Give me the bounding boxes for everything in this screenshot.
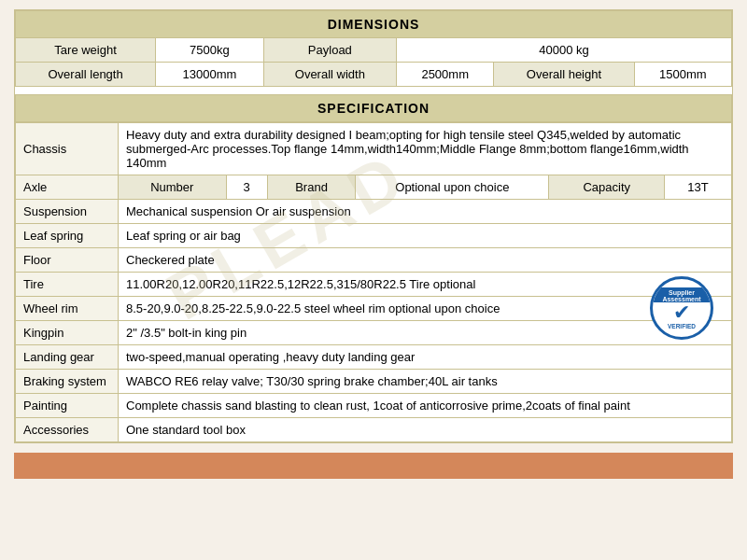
spec-content-cell: 11.00R20,12.00R20,11R22.5,12R22.5,315/80…: [119, 273, 732, 297]
main-container: PLEAD DIMENSIONS Tare weight 7500kg Payl…: [14, 9, 733, 443]
spec-label-cell: Suspension: [16, 200, 119, 224]
spec-rows-table: Chassis Heavy duty and extra durability …: [15, 122, 732, 442]
spec-label-cell: Accessories: [16, 418, 119, 442]
spec-label-cell: Floor: [16, 248, 119, 273]
spec-row: Wheel rim 8.5-20,9.0-20,8.25-22.5,9.0-22…: [16, 297, 732, 321]
spec-content-cell: Leaf spring or air bag: [119, 224, 732, 248]
overall-width-label: Overall width: [263, 63, 396, 87]
spec-content-cell: WABCO RE6 relay valve; T30/30 spring bra…: [119, 370, 732, 394]
payload-value: 40000 kg: [397, 38, 732, 63]
overall-height-value: 1500mm: [634, 63, 731, 87]
spec-label-cell: Chassis: [16, 123, 119, 175]
supplier-badge: Supplier Assessment ✔ VERIFIED: [650, 276, 715, 342]
badge-circle: Supplier Assessment ✔ VERIFIED: [650, 276, 713, 340]
badge-bottom-text: VERIFIED: [668, 323, 696, 329]
payload-label: Payload: [263, 38, 396, 63]
spec-row: Braking system WABCO RE6 relay valve; T3…: [16, 370, 732, 394]
spec-label-cell: Braking system: [16, 370, 119, 394]
axle-brand-value: Optional upon choice: [356, 175, 549, 200]
spec-row: Painting Complete chassis sand blasting …: [16, 394, 732, 418]
dimensions-title: DIMENSIONS: [16, 11, 732, 38]
spec-row: Kingpin 2" /3.5" bolt-in king pin: [16, 321, 732, 345]
spec-row: Accessories One standard tool box: [16, 418, 732, 442]
spec-row: Axle Number 3 Brand Optional upon choice…: [16, 175, 732, 200]
spec-row: Landing gear two-speed,manual operating …: [16, 345, 732, 370]
spec-content-cell: Complete chassis sand blasting to clean …: [119, 394, 732, 418]
spec-row: Leaf spring Leaf spring or air bag: [16, 224, 732, 248]
overall-length-value: 13000mm: [156, 63, 264, 87]
specification-table: SPECIFICATION: [15, 94, 732, 122]
spec-content-cell: 2" /3.5" bolt-in king pin: [119, 321, 732, 345]
spec-content-cell: 8.5-20,9.0-20,8.25-22.5,9.0-22.5 steel w…: [119, 297, 732, 321]
spec-content-cell: Checkered plate: [119, 248, 732, 273]
axle-number-value: 3: [226, 175, 267, 200]
axle-number-label: Number: [119, 175, 227, 200]
spec-row: Chassis Heavy duty and extra durability …: [16, 123, 732, 175]
spec-content-cell: One standard tool box: [119, 418, 732, 442]
overall-height-label: Overall height: [494, 63, 634, 87]
overall-width-value: 2500mm: [397, 63, 494, 87]
tare-weight-value: 7500kg: [156, 38, 264, 63]
axle-brand-label: Brand: [267, 175, 355, 200]
spec-row: Tire 11.00R20,12.00R20,11R22.5,12R22.5,3…: [16, 273, 732, 297]
bottom-bar: [14, 453, 733, 479]
spec-content-cell: Mechanical suspension Or air suspension: [119, 200, 732, 224]
spec-label-cell: Landing gear: [16, 345, 119, 370]
spec-content-cell: Heavy duty and extra durability designed…: [119, 123, 732, 175]
spec-label-cell: Kingpin: [16, 321, 119, 345]
spec-row: Suspension Mechanical suspension Or air …: [16, 200, 732, 224]
spec-label-cell: Wheel rim: [16, 297, 119, 321]
badge-checkmark-icon: ✔: [673, 302, 690, 323]
overall-length-label: Overall length: [16, 63, 156, 87]
axle-capacity-value: 13T: [664, 175, 731, 200]
axle-label: Axle: [16, 175, 119, 200]
spec-label-cell: Painting: [16, 394, 119, 418]
tare-weight-label: Tare weight: [16, 38, 156, 63]
dimensions-table: DIMENSIONS Tare weight 7500kg Payload 40…: [15, 10, 732, 87]
spec-row: Floor Checkered plate: [16, 248, 732, 273]
axle-capacity-label: Capacity: [549, 175, 664, 200]
spec-label-cell: Leaf spring: [16, 224, 119, 248]
spec-content-cell: two-speed,manual operating ,heavy duty l…: [119, 345, 732, 370]
spec-label-cell: Tire: [16, 273, 119, 297]
specification-title: SPECIFICATION: [16, 95, 732, 122]
